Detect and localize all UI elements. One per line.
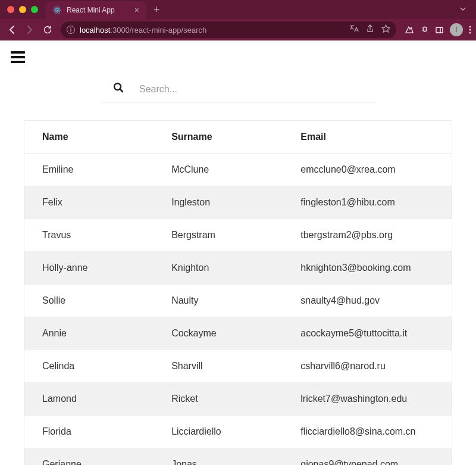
svg-point-6 [469,26,471,28]
extension-icon[interactable] [405,25,414,35]
header-email: Email [300,132,434,142]
cell-surname: Cockayme [171,328,300,339]
cell-name: Holly-anne [42,263,171,273]
svg-point-7 [469,29,471,31]
table-row: TravusBergstramtbergstram2@pbs.org [24,219,452,252]
reload-button[interactable] [40,23,55,37]
table-row: GerianneJonasgjonas9@typepad.com [24,448,452,465]
search-container [101,76,375,102]
tab-close-icon[interactable]: × [134,5,139,15]
url-bar-icons [349,24,390,36]
browser-tab[interactable]: React Mini App × [45,1,146,19]
translate-icon[interactable] [349,24,359,36]
cell-name: Gerianne [42,459,171,465]
site-info-icon[interactable]: i [67,26,75,34]
tab-bar: React Mini App × + [0,0,476,19]
cell-surname: Knighton [171,263,300,273]
cell-email: tbergstram2@pbs.org [300,230,434,241]
table-row: LamondRicketlricket7@washington.edu [24,383,452,416]
cell-name: Felix [42,197,171,208]
back-button[interactable] [5,23,19,37]
header-surname: Surname [171,132,300,142]
address-bar[interactable]: i localhost:3000/react-mini-app/search [61,21,396,38]
window-controls [7,6,38,13]
table-row: FloridaLicciardielloflicciardiello8@sina… [24,416,452,448]
cell-email: acockayme5@tuttocitta.it [300,328,434,339]
tabs-dropdown-icon[interactable] [459,5,471,14]
cell-name: Travus [42,230,171,241]
url-host: localhost [80,26,110,35]
window-minimize-button[interactable] [19,6,26,13]
react-favicon-icon [52,5,62,15]
forward-button[interactable] [23,23,37,37]
cell-name: Sollie [42,295,171,306]
cell-surname: McClune [171,164,300,175]
cell-surname: Bergstram [171,230,300,241]
cell-email: snaulty4@hud.gov [300,295,434,306]
share-icon[interactable] [366,24,374,35]
bookmark-star-icon[interactable] [381,24,390,36]
cell-name: Annie [42,328,171,339]
extensions-puzzle-icon[interactable] [420,26,429,35]
cell-email: flicciardiello8@sina.com.cn [300,426,434,437]
cell-surname: Ingleston [171,197,300,208]
window-close-button[interactable] [7,6,14,13]
cell-name: Celinda [42,361,171,372]
cell-email: csharvill6@narod.ru [300,361,434,372]
cell-email: hknighton3@booking.com [300,263,434,273]
header-name: Name [42,132,171,142]
url-port: :3000 [110,26,130,35]
page-content: Name Surname Email EmilineMcCluneemcclun… [0,40,476,465]
svg-line-10 [120,89,123,92]
cell-email: lricket7@washington.edu [300,394,434,404]
cell-name: Florida [42,426,171,437]
cell-email: fingleston1@hibu.com [300,197,434,208]
svg-rect-4 [436,27,443,33]
navigation-bar: i localhost:3000/react-mini-app/search [0,19,476,40]
browser-chrome: React Mini App × + i localhost:3000/reac… [0,0,476,40]
table-row: SollieNaultysnaulty4@hud.gov [24,285,452,317]
table-row: Holly-anneKnightonhknighton3@booking.com [24,252,452,285]
search-icon [113,82,124,96]
panel-icon[interactable] [435,26,444,35]
table-row: FelixInglestonfingleston1@hibu.com [24,186,452,219]
cell-surname: Sharvill [171,361,300,372]
svg-point-8 [469,32,471,34]
search-input[interactable] [139,84,363,95]
cell-surname: Licciardiello [171,426,300,437]
cell-surname: Naulty [171,295,300,306]
svg-point-0 [57,10,58,11]
table-row: CelindaSharvillcsharvill6@narod.ru [24,350,452,383]
tab-title: React Mini App [67,6,130,14]
cell-name: Emiline [42,164,171,175]
window-maximize-button[interactable] [31,6,38,13]
new-tab-button[interactable]: + [154,4,160,16]
nav-right: I [405,23,471,36]
cell-surname: Ricket [171,394,300,404]
table-header-row: Name Surname Email [24,121,452,154]
url-text: localhost:3000/react-mini-app/search [80,26,345,35]
cell-name: Lamond [42,394,171,404]
table-row: AnnieCockaymeacockayme5@tuttocitta.it [24,317,452,350]
menu-dots-icon[interactable] [469,25,471,35]
cell-email: emcclune0@xrea.com [300,164,434,175]
cell-surname: Jonas [171,459,300,465]
table-row: EmilineMcCluneemcclune0@xrea.com [24,154,452,186]
cell-email: gjonas9@typepad.com [300,459,434,465]
user-table: Name Surname Email EmilineMcCluneemcclun… [24,120,452,465]
url-path: /react-mini-app/search [130,26,206,35]
hamburger-menu-button[interactable] [11,51,25,63]
profile-avatar[interactable]: I [450,23,463,36]
